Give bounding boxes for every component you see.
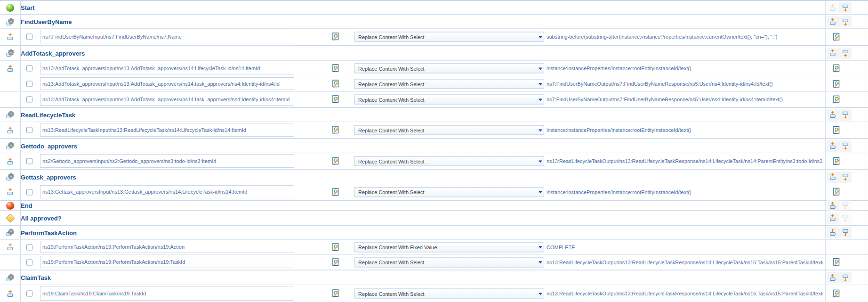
section-icon-cell — [0, 201, 21, 210]
target-xpath-field[interactable]: ns19:PerformTaskAction/ns19:PerformTaskA… — [40, 256, 294, 268]
move-up-button[interactable] — [827, 272, 839, 283]
move-down-button[interactable] — [839, 16, 852, 27]
edit-xpath-button[interactable] — [331, 95, 341, 105]
add-mapping-button[interactable] — [6, 188, 14, 196]
edit-xpath-button[interactable] — [331, 125, 341, 135]
section-controls-cell — [825, 108, 866, 122]
workflow-data-mapper: StartFindUserByNamens7:FindUserByNameInp… — [0, 0, 868, 302]
section-controls-cell — [825, 46, 866, 60]
source-expression-text: instance:instanceProperties/instance:roo… — [547, 65, 691, 71]
row-controls-cell — [825, 92, 866, 107]
edit-source-button[interactable] — [831, 257, 842, 268]
edit-source-button[interactable] — [831, 288, 842, 299]
mapping-action-select[interactable]: Replace Content With Select — [354, 64, 544, 73]
mapping-action-select[interactable]: Replace Content With Select — [354, 257, 544, 267]
mapping-action-select[interactable]: Replace Content With Select — [354, 79, 544, 89]
edit-xpath-button[interactable] — [331, 187, 341, 197]
row-select-checkbox[interactable] — [26, 189, 32, 195]
row-select-checkbox[interactable] — [26, 97, 32, 103]
move-down-button[interactable] — [839, 109, 852, 121]
section-title: ClaimTask — [21, 274, 51, 281]
edit-source-button[interactable] — [831, 94, 842, 105]
mapping-action-select[interactable]: Replace Content With Select — [354, 289, 544, 299]
target-xpath-field[interactable]: ns13:Gettask_approversInput/ns13:Gettask… — [40, 185, 294, 198]
move-down-button[interactable] — [839, 272, 852, 283]
move-down-button[interactable] — [839, 140, 852, 152]
target-xpath-text: ns19:PerformTaskAction/ns19:PerformTaskA… — [40, 259, 185, 265]
target-xpath-field[interactable]: ns13:ReadLifecycleTaskInput/ns13:ReadLif… — [40, 123, 294, 137]
section-row-gettask-approvers: Gettask_approvers — [0, 170, 868, 184]
move-up-button[interactable] — [827, 200, 839, 211]
row-select-checkbox[interactable] — [26, 291, 32, 297]
mapping-action-select[interactable]: Replace Content With Fixed Value — [354, 242, 544, 252]
move-down-button[interactable] — [839, 171, 852, 183]
section-icon-cell — [0, 1, 21, 14]
mapping-action-select[interactable]: Replace Content With Select — [354, 95, 544, 105]
target-xpath-field[interactable]: ns7:FindUserByNameInput/ns7:FindUserByNa… — [40, 30, 294, 43]
move-up-button[interactable] — [827, 227, 839, 238]
row-gutter-cell — [0, 285, 21, 302]
chevron-down-icon — [538, 160, 542, 163]
row-controls-cell — [825, 61, 866, 76]
add-mapping-button[interactable] — [6, 126, 14, 134]
target-xpath-text: ns7:FindUserByNameInput/ns7:FindUserByNa… — [40, 34, 182, 40]
add-mapping-button[interactable] — [6, 33, 14, 41]
edit-xpath-button[interactable] — [331, 32, 341, 42]
end-node-icon — [6, 202, 14, 210]
row-select-checkbox[interactable] — [26, 34, 32, 40]
move-up-button[interactable] — [827, 171, 839, 183]
edit-xpath-button[interactable] — [331, 289, 341, 299]
move-down-button[interactable] — [839, 48, 852, 59]
move-up-button[interactable] — [827, 109, 839, 121]
move-up-button[interactable] — [827, 16, 839, 27]
row-gutter-cell — [0, 122, 21, 138]
edit-xpath-button[interactable] — [331, 156, 341, 166]
section-row-claimtask: ClaimTask — [0, 270, 868, 285]
move-up-button[interactable] — [827, 140, 839, 152]
add-mapping-button[interactable] — [6, 243, 14, 251]
edit-source-button[interactable] — [831, 63, 842, 73]
section-row-gettodo-approvers: Gettodo_approvers — [0, 139, 868, 153]
target-xpath-text: ns13:AddTotask_approversInput/ns13:AddTo… — [40, 97, 289, 102]
edit-source-button[interactable] — [831, 32, 842, 42]
gear-icon — [6, 142, 15, 150]
move-down-button[interactable] — [839, 227, 852, 238]
row-select-checkbox[interactable] — [26, 158, 32, 164]
add-mapping-button[interactable] — [6, 65, 14, 73]
edit-source-button[interactable] — [831, 187, 842, 197]
mapping-action-select[interactable]: Replace Content With Select — [354, 156, 544, 166]
target-xpath-field[interactable]: ns19:PerformTaskAction/ns19:PerformTaskA… — [40, 241, 294, 253]
section-icon-cell — [0, 211, 21, 225]
row-select-checkbox[interactable] — [26, 259, 32, 265]
row-controls-cell — [825, 255, 866, 269]
section-controls-cell — [825, 270, 866, 285]
move-up-button[interactable] — [827, 212, 839, 224]
target-xpath-field[interactable]: ns2:Gettodo_approversInput/ns2:Gettodo_a… — [40, 154, 294, 168]
row-select-checkbox[interactable] — [26, 65, 32, 72]
edit-xpath-button[interactable] — [331, 257, 341, 267]
move-up-button[interactable] — [827, 48, 839, 59]
edit-source-button[interactable] — [831, 125, 842, 135]
mapping-row: ns13:ReadLifecycleTaskInput/ns13:ReadLif… — [0, 122, 868, 139]
add-mapping-button[interactable] — [6, 157, 14, 165]
row-select-checkbox[interactable] — [26, 244, 32, 250]
row-gutter-cell — [0, 29, 21, 45]
target-xpath-field[interactable]: ns19:ClaimTask/ns19:ClaimTask/ns19:TaskI… — [40, 286, 294, 301]
row-select-checkbox[interactable] — [26, 81, 32, 87]
mapping-action-select[interactable]: Replace Content With Select — [354, 125, 544, 135]
row-select-checkbox[interactable] — [26, 127, 32, 133]
section-controls-cell — [825, 211, 866, 225]
mapping-action-select[interactable]: Replace Content With Select — [354, 187, 544, 197]
edit-source-button[interactable] — [831, 79, 842, 89]
target-xpath-field[interactable]: ns13:AddTotask_approversInput/ns13:AddTo… — [40, 93, 294, 106]
edit-xpath-button[interactable] — [331, 242, 341, 252]
mapping-action-select[interactable]: Replace Content With Select — [354, 32, 544, 42]
add-mapping-button[interactable] — [6, 290, 14, 298]
section-title: ReadLifecycleTask — [21, 111, 75, 118]
move-down-button[interactable] — [839, 2, 852, 13]
target-xpath-field[interactable]: ns13:AddTotask_approversInput/ns13:AddTo… — [40, 77, 294, 90]
edit-xpath-button[interactable] — [331, 79, 341, 89]
edit-source-button[interactable] — [831, 156, 842, 166]
edit-xpath-button[interactable] — [331, 64, 341, 73]
target-xpath-field[interactable]: ns13:AddTotask_approversInput/ns13:AddTo… — [40, 62, 294, 74]
